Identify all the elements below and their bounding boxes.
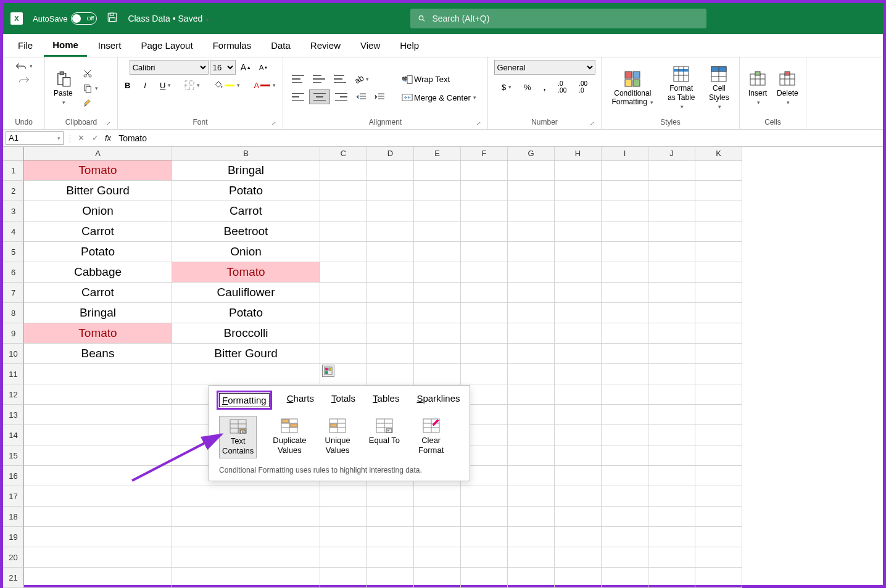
- column-header-D[interactable]: D: [367, 147, 414, 160]
- cell-A20[interactable]: [24, 547, 172, 568]
- cell-J17[interactable]: [648, 486, 695, 507]
- cell-F1[interactable]: [461, 160, 508, 181]
- cell-G15[interactable]: [508, 445, 555, 466]
- bold-button[interactable]: B: [121, 79, 134, 92]
- cell-E1[interactable]: [414, 160, 461, 181]
- italic-button[interactable]: I: [140, 79, 150, 92]
- row-header-1[interactable]: 1: [3, 160, 24, 181]
- cell-C1[interactable]: [320, 160, 367, 181]
- cell-H18[interactable]: [555, 507, 602, 527]
- row-header-10[interactable]: 10: [3, 344, 24, 364]
- cell-J3[interactable]: [648, 201, 695, 222]
- cell-H2[interactable]: [555, 181, 602, 201]
- cell-H20[interactable]: [555, 547, 602, 568]
- cell-I10[interactable]: [602, 344, 648, 364]
- cell-D6[interactable]: [367, 262, 414, 283]
- cell-F4[interactable]: [461, 222, 508, 242]
- align-middle-button[interactable]: [309, 72, 329, 86]
- cell-I17[interactable]: [602, 486, 648, 507]
- delete-cells-button[interactable]: Delete: [773, 68, 802, 109]
- cell-G17[interactable]: [508, 486, 555, 507]
- cell-H21[interactable]: [555, 568, 602, 588]
- cell-C10[interactable]: [320, 344, 367, 364]
- row-header-20[interactable]: 20: [3, 547, 24, 568]
- cell-J12[interactable]: [648, 384, 695, 405]
- cell-K6[interactable]: [695, 262, 742, 283]
- cell-K18[interactable]: [695, 507, 742, 527]
- cell-D3[interactable]: [367, 201, 414, 222]
- cell-I15[interactable]: [602, 445, 648, 466]
- cell-K17[interactable]: [695, 486, 742, 507]
- cell-C9[interactable]: [320, 323, 367, 344]
- cell-F21[interactable]: [461, 568, 508, 588]
- cell-K14[interactable]: [695, 425, 742, 445]
- cell-I12[interactable]: [602, 384, 648, 405]
- fill-color-button[interactable]: [210, 78, 244, 92]
- cell-D17[interactable]: [367, 486, 414, 507]
- cell-D1[interactable]: [367, 160, 414, 181]
- cell-J14[interactable]: [648, 425, 695, 445]
- cell-F20[interactable]: [461, 547, 508, 568]
- cell-I13[interactable]: [602, 405, 648, 425]
- cell-E6[interactable]: [414, 262, 461, 283]
- name-box[interactable]: A1▾: [6, 131, 64, 145]
- cell-G3[interactable]: [508, 201, 555, 222]
- cell-F17[interactable]: [461, 486, 508, 507]
- cell-E20[interactable]: [414, 547, 461, 568]
- document-title[interactable]: Class Data • Saved: [128, 14, 209, 23]
- borders-button[interactable]: [181, 78, 204, 92]
- cell-F11[interactable]: [461, 364, 508, 384]
- cell-D19[interactable]: [367, 527, 414, 547]
- column-header-G[interactable]: G: [508, 147, 555, 160]
- cell-I6[interactable]: [602, 262, 648, 283]
- cell-E9[interactable]: [414, 323, 461, 344]
- cell-I1[interactable]: [602, 160, 648, 181]
- cell-K10[interactable]: [695, 344, 742, 364]
- cell-K16[interactable]: [695, 466, 742, 486]
- autosave-toggle[interactable]: AutoSave Off: [33, 12, 97, 25]
- cell-F9[interactable]: [461, 323, 508, 344]
- row-header-13[interactable]: 13: [3, 405, 24, 425]
- cell-E17[interactable]: [414, 486, 461, 507]
- cell-C20[interactable]: [320, 547, 367, 568]
- increase-decimal-button[interactable]: .0.00: [554, 78, 570, 96]
- column-header-J[interactable]: J: [648, 147, 695, 160]
- popup-option-duplicate[interactable]: DuplicateValues: [270, 416, 308, 458]
- cell-D8[interactable]: [367, 303, 414, 323]
- font-color-button[interactable]: A: [250, 79, 279, 92]
- cell-J8[interactable]: [648, 303, 695, 323]
- cell-H7[interactable]: [555, 283, 602, 303]
- cell-F5[interactable]: [461, 242, 508, 262]
- cell-D2[interactable]: [367, 181, 414, 201]
- cell-G14[interactable]: [508, 425, 555, 445]
- popup-option-equal-to[interactable]: =Equal To: [366, 416, 402, 458]
- cell-H15[interactable]: [555, 445, 602, 466]
- cell-A2[interactable]: Bitter Gourd: [24, 181, 172, 201]
- cell-K19[interactable]: [695, 527, 742, 547]
- cell-H8[interactable]: [555, 303, 602, 323]
- cell-K8[interactable]: [695, 303, 742, 323]
- cell-H19[interactable]: [555, 527, 602, 547]
- cell-C21[interactable]: [320, 568, 367, 588]
- cell-C8[interactable]: [320, 303, 367, 323]
- cell-D18[interactable]: [367, 507, 414, 527]
- cell-C6[interactable]: [320, 262, 367, 283]
- cell-G7[interactable]: [508, 283, 555, 303]
- cell-E3[interactable]: [414, 201, 461, 222]
- cell-D7[interactable]: [367, 283, 414, 303]
- cell-E19[interactable]: [414, 527, 461, 547]
- cell-K3[interactable]: [695, 201, 742, 222]
- row-header-18[interactable]: 18: [3, 507, 24, 527]
- cell-K1[interactable]: [695, 160, 742, 181]
- search-input[interactable]: [432, 14, 699, 23]
- cell-K20[interactable]: [695, 547, 742, 568]
- column-header-H[interactable]: H: [555, 147, 602, 160]
- cell-G1[interactable]: [508, 160, 555, 181]
- cell-G20[interactable]: [508, 547, 555, 568]
- format-as-table-button[interactable]: Format as Table: [661, 63, 702, 113]
- font-name-select[interactable]: Calibri: [130, 60, 209, 75]
- tab-insert[interactable]: Insert: [89, 35, 130, 56]
- cell-A12[interactable]: [24, 384, 172, 405]
- cell-D4[interactable]: [367, 222, 414, 242]
- cell-I11[interactable]: [602, 364, 648, 384]
